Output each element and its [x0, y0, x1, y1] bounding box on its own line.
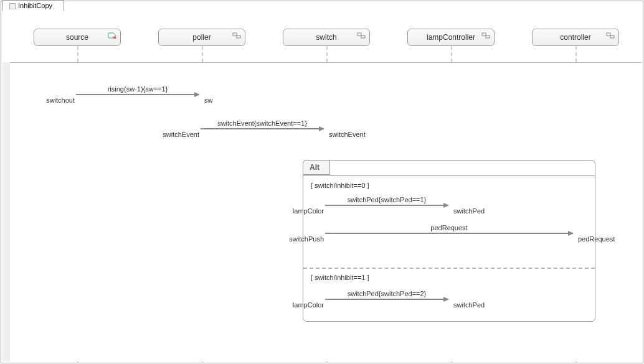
msg-to-label: switchPed [453, 301, 485, 309]
alt-fragment[interactable]: Alt [ switch/inhibit==0 ] [ switch/inhib… [303, 160, 595, 322]
lifeline-label: lampController [427, 33, 475, 42]
msg-to-label: sw [204, 96, 212, 104]
alt-guard: [ switch/inhibit==0 ] [311, 182, 369, 189]
svg-rect-2 [237, 35, 240, 38]
msg-from-label: lampColor [284, 207, 324, 215]
lifeline-label: controller [560, 33, 590, 42]
msg-from-label: switchout [29, 96, 75, 104]
message-arrow[interactable] [201, 128, 324, 129]
msg-from-label: switchPush [282, 235, 324, 243]
lifeline-header-controller[interactable]: controller [532, 29, 619, 46]
msg-from-label: switchEvent [153, 131, 199, 138]
svg-rect-4 [361, 35, 365, 38]
svg-rect-6 [486, 35, 490, 38]
lifeline-label: switch [316, 33, 336, 42]
svg-rect-8 [610, 35, 614, 38]
block-icon [481, 32, 490, 38]
svg-rect-1 [233, 33, 237, 35]
message-label: switchEvent{switchEvent==1} [217, 119, 307, 127]
msg-to-label: switchPed [453, 207, 485, 215]
msg-to-label: pedRequest [578, 235, 615, 243]
svg-rect-3 [358, 33, 361, 35]
tab-label: InhibitCopy [18, 2, 52, 9]
input-icon [108, 32, 116, 38]
alt-header-divider [303, 175, 595, 176]
svg-rect-5 [482, 33, 486, 35]
msg-to-label: switchEvent [329, 131, 366, 138]
message-arrow[interactable] [325, 299, 448, 300]
msg-from-label: lampColor [284, 301, 324, 309]
lifeline-label: poller [192, 33, 211, 42]
message-label: rising(sw-1){sw==1} [108, 85, 168, 93]
message-label: switchPed{switchPed==2} [348, 290, 427, 297]
message-label: pedRequest [430, 224, 467, 231]
gutter [2, 62, 10, 362]
block-icon [606, 32, 615, 38]
lifeline-header-switch[interactable]: switch [283, 29, 370, 46]
message-arrow[interactable] [325, 205, 448, 206]
svg-rect-7 [607, 33, 610, 35]
alt-operand-divider [303, 268, 595, 269]
tab-inhibitcopy[interactable]: InhibitCopy [2, 0, 64, 11]
message-label: switchPed{switchPed==1} [348, 196, 427, 203]
alt-operator-label: Alt [303, 160, 330, 175]
lifeline-label: source [66, 33, 88, 42]
lifeline-header-lampcontroller[interactable]: lampController [407, 29, 495, 46]
lifeline-header-poller[interactable]: poller [158, 29, 245, 46]
message-arrow[interactable] [76, 94, 199, 95]
block-icon [232, 32, 241, 38]
lifeline-header-source[interactable]: source [34, 29, 121, 46]
svg-rect-0 [113, 37, 116, 39]
message-arrow[interactable] [325, 233, 573, 234]
alt-guard: [ switch/inhibit==1 ] [311, 274, 369, 281]
block-icon [357, 32, 366, 38]
interaction-area: switchout rising(sw-1){sw==1} sw switchE… [10, 62, 642, 362]
